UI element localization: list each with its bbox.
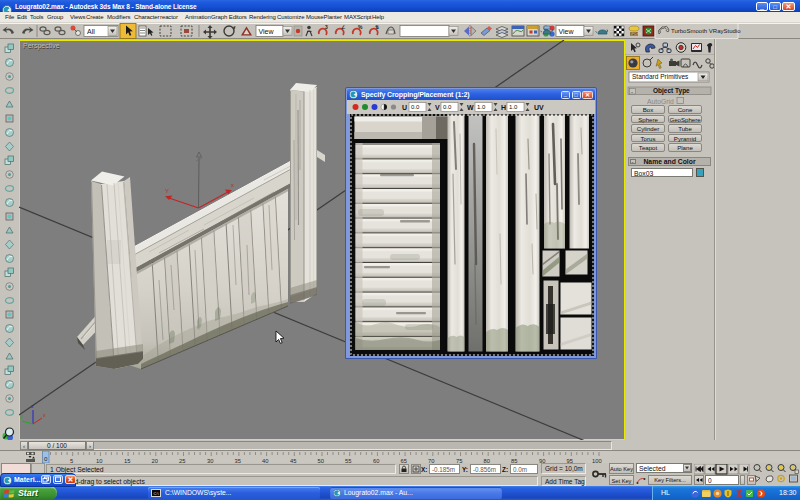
svg-text:x: x (43, 412, 46, 418)
svg-text:⇅: ⇅ (375, 24, 380, 30)
svg-text:SPIDER: SPIDER (630, 32, 642, 36)
svg-text:W: W (467, 104, 474, 111)
svg-text:TurboSmooth VRayStudio: TurboSmooth VRayStudio (671, 28, 741, 34)
svg-text:∠: ∠ (341, 24, 346, 30)
svg-text:U: U (402, 104, 407, 111)
svg-text:0: 0 (44, 455, 48, 462)
svg-text:Y: Y (165, 188, 169, 194)
svg-text:AutoGrid: AutoGrid (647, 98, 674, 105)
svg-text:z: z (31, 403, 34, 409)
svg-text:View: View (559, 28, 575, 35)
svg-text:All: All (87, 28, 95, 35)
svg-text:V: V (435, 104, 440, 111)
svg-text:0.0: 0.0 (443, 104, 452, 110)
svg-text:UV: UV (534, 104, 544, 111)
svg-text:%: % (358, 24, 363, 30)
svg-text:View: View (259, 28, 275, 35)
svg-text:1.0: 1.0 (477, 104, 486, 110)
svg-text:-: - (631, 89, 633, 95)
svg-text:x: x (231, 182, 234, 188)
svg-text:1.0: 1.0 (509, 104, 518, 110)
svg-text:H: H (501, 104, 506, 111)
svg-text:Standard Primitives: Standard Primitives (632, 73, 689, 80)
svg-text:Object Type: Object Type (653, 87, 690, 95)
svg-text:0.0: 0.0 (411, 104, 420, 110)
svg-text:3: 3 (325, 24, 328, 30)
svg-text:y: y (20, 413, 23, 419)
